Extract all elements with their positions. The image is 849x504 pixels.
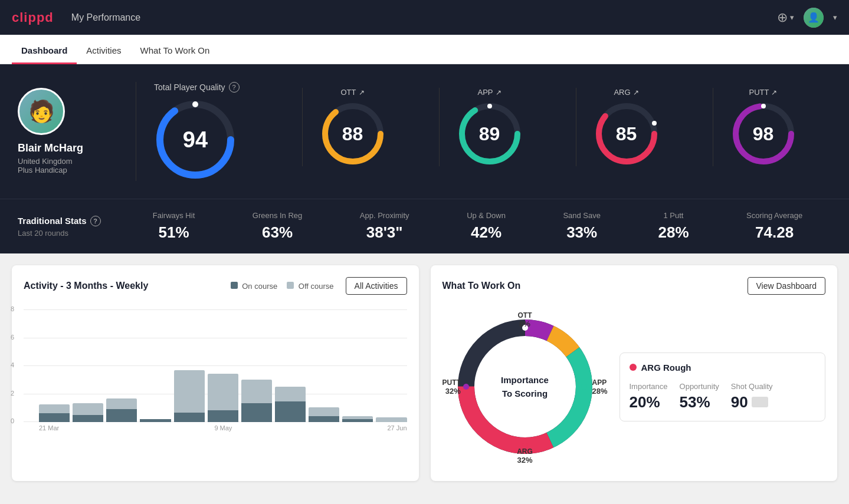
detail-importance-value: 20% <box>630 393 668 411</box>
sub-score-ott: OTT ↗ 88 <box>302 88 403 166</box>
bar-bottom-10 <box>342 419 373 422</box>
detail-title-text: ARG Rough <box>641 363 691 373</box>
total-quality-label: Total Player Quality ? <box>154 82 240 93</box>
x-label-jun: 27 Jun <box>387 424 407 431</box>
total-quality-help[interactable]: ? <box>229 82 240 93</box>
bottom-section: Activity - 3 Months - Weekly On course O… <box>0 253 849 493</box>
bar-bottom-2 <box>73 415 103 422</box>
stat-oneputt: 1 Putt 28% <box>658 211 689 242</box>
all-activities-button[interactable]: All Activities <box>346 277 407 295</box>
scores-section: Total Player Quality ? 94 OT <box>136 82 831 181</box>
putt-value: 98 <box>753 123 774 145</box>
donut-label-arg: ARG 32% <box>517 447 533 465</box>
ott-trend-icon: ↗ <box>359 88 365 97</box>
putt-trend-icon: ↗ <box>771 88 777 97</box>
bar-top-3 <box>106 398 137 409</box>
activity-card-header: Activity - 3 Months - Weekly On course O… <box>24 277 407 295</box>
user-avatar-button[interactable]: 👤 <box>804 8 824 28</box>
player-avatar: 🧑 <box>18 88 65 135</box>
trad-stats-help[interactable]: ? <box>90 216 101 226</box>
detail-shot-quality-label: Shot Quality <box>731 382 773 391</box>
what-to-work-on-card: What To Work On View Dashboard <box>431 265 838 481</box>
work-on-detail-area: ARG Rough Importance 20% Opportunity 53%… <box>619 353 826 421</box>
sub-score-arg: ARG ↗ 85 <box>576 88 677 166</box>
detail-opportunity: Opportunity 53% <box>680 382 719 411</box>
off-course-legend-item: Off course <box>287 282 333 291</box>
logo-text: clippd <box>12 10 54 25</box>
stat-oneputt-value: 28% <box>658 223 689 242</box>
stat-proximity-label: App. Proximity <box>360 211 409 220</box>
logo[interactable]: clippd <box>12 10 54 25</box>
trad-stats-subtitle: Last 20 rounds <box>18 229 124 238</box>
chart-inner: 0 2 4 6 8 <box>24 310 407 434</box>
bar-group-4 <box>140 304 171 422</box>
stat-fairways-label: Fairways Hit <box>153 211 195 220</box>
avatar-image: 👤 <box>804 8 824 28</box>
bar-group-8 <box>275 304 306 422</box>
ott-gauge: 88 <box>320 101 385 166</box>
header: clippd My Performance ⊕ ▾ 👤 ▾ <box>0 0 849 35</box>
tab-dashboard[interactable]: Dashboard <box>12 38 77 64</box>
avatar-dropdown-icon: ▾ <box>833 13 837 22</box>
player-info: 🧑 Blair McHarg United Kingdom Plus Handi… <box>18 82 136 174</box>
bar-group-9 <box>309 304 339 422</box>
arg-trend-icon: ↗ <box>633 88 639 97</box>
view-dashboard-button[interactable]: View Dashboard <box>748 277 825 295</box>
detail-shot-quality-row: 90 <box>731 393 773 411</box>
chart-bars-container <box>24 310 407 422</box>
donut-label-ott: OTT 8% <box>518 311 532 328</box>
bar-group-10 <box>342 304 373 422</box>
bar-bottom-8 <box>275 401 306 422</box>
stat-sandsave: Sand Save 33% <box>563 211 601 242</box>
chart-area: 0 2 4 6 8 <box>24 304 407 446</box>
bar-top-7 <box>241 380 272 403</box>
activity-card: Activity - 3 Months - Weekly On course O… <box>12 265 419 481</box>
tab-activities[interactable]: Activities <box>77 38 130 64</box>
tab-what-to-work-on[interactable]: What To Work On <box>131 38 219 64</box>
header-left: clippd My Performance <box>12 10 140 25</box>
stat-oneputt-label: 1 Putt <box>664 211 684 220</box>
header-title: My Performance <box>71 12 140 23</box>
trad-stats-label: Traditional Stats ? Last 20 rounds <box>18 216 124 238</box>
bar-top-9 <box>309 407 339 416</box>
detail-metrics: Importance 20% Opportunity 53% Shot Qual… <box>630 382 816 411</box>
trad-stats-items: Fairways Hit 51% Greens In Reg 63% App. … <box>124 211 831 242</box>
bar-group-3 <box>106 304 137 422</box>
plus-icon: ⊕ <box>777 10 788 25</box>
bar-top-2 <box>73 403 103 415</box>
bar-group-7 <box>241 304 272 422</box>
stat-proximity-value: 38'3" <box>366 223 403 242</box>
header-right: ⊕ ▾ 👤 ▾ <box>777 8 837 28</box>
bar-top-11 <box>376 417 407 422</box>
arg-gauge: 85 <box>594 101 659 166</box>
app-label: APP ↗ <box>477 88 501 97</box>
player-avatar-icon: 🧑 <box>28 99 55 124</box>
bar-bottom-5 <box>174 413 205 422</box>
stat-updown-label: Up & Down <box>467 211 506 220</box>
detail-opportunity-value: 53% <box>680 393 719 411</box>
stat-updown: Up & Down 42% <box>467 211 506 242</box>
shot-quality-badge <box>752 397 768 407</box>
total-quality-value: 94 <box>183 127 208 153</box>
off-course-dot <box>287 282 294 289</box>
work-on-card-header: What To Work On View Dashboard <box>442 277 826 295</box>
add-button[interactable]: ⊕ ▾ <box>777 10 794 25</box>
bar-bottom-7 <box>241 403 272 422</box>
putt-label: PUTT ↗ <box>749 88 778 97</box>
donut-label-app: APP 28% <box>589 378 607 396</box>
add-dropdown-icon: ▾ <box>790 13 794 22</box>
bar-bottom-3 <box>106 409 137 422</box>
svg-point-10 <box>652 121 657 126</box>
donut-label-putt: PUTT 32% <box>442 378 463 396</box>
donut-chart: ImportanceTo Scoring OTT 8% APP 28% ARG … <box>442 304 608 469</box>
bar-bottom-6 <box>208 410 238 422</box>
detail-shot-quality-value: 90 <box>731 393 748 411</box>
stat-fairways-value: 51% <box>158 223 189 242</box>
logo-clip: clip <box>12 10 37 25</box>
detail-shot-quality: Shot Quality 90 <box>731 382 773 411</box>
stat-scoring-label: Scoring Average <box>746 211 802 220</box>
traditional-stats: Traditional Stats ? Last 20 rounds Fairw… <box>0 199 849 253</box>
activity-legend: On course Off course <box>231 282 334 291</box>
bar-top-1 <box>39 404 70 413</box>
player-country: United Kingdom <box>18 157 73 166</box>
